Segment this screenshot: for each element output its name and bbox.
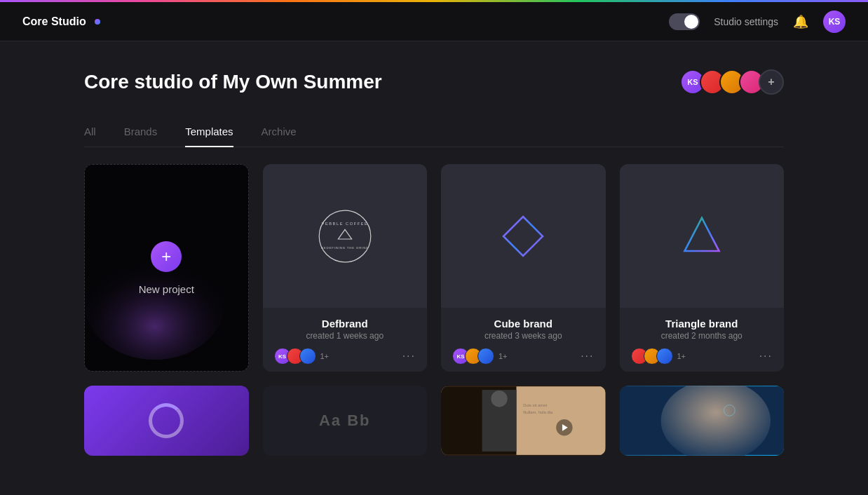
- cube-logo-icon: [499, 212, 548, 261]
- dark-mode-toggle[interactable]: [669, 13, 700, 30]
- cube-avatars: KS 1+: [452, 348, 508, 365]
- project-card-defbrand[interactable]: PEBBLE COFFEE REDEFINING THE GRIND Defbr…: [263, 164, 428, 372]
- triangle-avatar-count: 1+: [677, 352, 686, 360]
- circle-icon: [149, 403, 184, 438]
- new-project-card[interactable]: + New project: [84, 164, 249, 372]
- cube-date: created 3 weeks ago: [452, 331, 595, 341]
- defbrand-more-button[interactable]: ···: [402, 350, 416, 362]
- triangle-more-button[interactable]: ···: [759, 350, 773, 362]
- cube-avatar-count: 1+: [499, 352, 508, 360]
- bottom-project-row: Aa Bb Duis sit amet Nullam, hola dia: [84, 386, 784, 456]
- defbrand-date: created 1 weeks ago: [274, 331, 416, 341]
- triangle-logo-icon: [677, 212, 726, 261]
- project-card-triangle[interactable]: Triangle brand created 2 months ago 1+ ·…: [620, 164, 785, 372]
- tab-all[interactable]: All: [84, 117, 96, 147]
- main-content: Core studio of My Own Summer KS + All Br…: [0, 41, 868, 456]
- logo-area: Core Studio: [22, 15, 100, 28]
- new-project-content: + New project: [139, 241, 194, 295]
- cube-title: Cube brand: [452, 318, 595, 330]
- defbrand-preview: PEBBLE COFFEE REDEFINING THE GRIND: [263, 164, 428, 308]
- tab-archive[interactable]: Archive: [262, 117, 297, 147]
- svg-marker-5: [684, 217, 719, 250]
- cube-more-button[interactable]: ···: [581, 350, 594, 362]
- svg-point-0: [319, 210, 371, 262]
- portrait-icon: [620, 386, 785, 456]
- svg-point-16: [660, 386, 770, 456]
- svg-point-10: [491, 391, 507, 407]
- typography-preview: Aa Bb: [319, 412, 371, 430]
- avatar-add-button[interactable]: +: [759, 69, 784, 95]
- app-logo: Core Studio: [22, 15, 86, 28]
- triangle-date: created 2 months ago: [631, 331, 773, 341]
- svg-text:REDEFINING THE GRIND: REDEFINING THE GRIND: [321, 245, 369, 249]
- studio-header: Core studio of My Own Summer KS +: [84, 41, 784, 117]
- defbrand-actions: KS 1+ ···: [274, 348, 416, 365]
- triangle-preview: [620, 164, 785, 308]
- bottom-card-purple[interactable]: [84, 386, 249, 456]
- svg-text:PEBBLE COFFEE: PEBBLE COFFEE: [321, 222, 368, 226]
- defbrand-logo-icon: PEBBLE COFFEE REDEFINING THE GRIND: [317, 208, 373, 264]
- defbrand-footer: Defbrand created 1 weeks ago KS 1+ ···: [263, 308, 428, 372]
- logo-dot-icon: [95, 19, 100, 25]
- defbrand-avatar-3: [299, 348, 316, 365]
- toggle-wrap[interactable]: [669, 13, 700, 30]
- cube-footer: Cube brand created 3 weeks ago KS 1+ ···: [441, 308, 606, 372]
- topnav: Core Studio Studio settings 🔔 KS: [0, 2, 868, 41]
- topnav-right: Studio settings 🔔 KS: [669, 11, 846, 33]
- cube-actions: KS 1+ ···: [452, 348, 595, 365]
- defbrand-avatar-count: 1+: [320, 352, 330, 360]
- collaborator-avatars: KS +: [680, 69, 784, 95]
- tab-brands[interactable]: Brands: [124, 117, 158, 147]
- defbrand-avatars: KS 1+: [274, 348, 330, 365]
- bottom-card-typography[interactable]: Aa Bb: [263, 386, 428, 456]
- user-avatar-nav[interactable]: KS: [823, 11, 846, 33]
- studio-settings-link[interactable]: Studio settings: [714, 16, 778, 27]
- new-project-label: New project: [139, 283, 194, 295]
- tab-templates[interactable]: Templates: [185, 117, 233, 147]
- triangle-actions: 1+ ···: [631, 348, 773, 365]
- svg-text:Nullam, hola dia: Nullam, hola dia: [523, 410, 553, 414]
- toggle-knob: [684, 15, 698, 29]
- new-project-plus-icon[interactable]: +: [151, 241, 182, 272]
- notifications-icon[interactable]: 🔔: [792, 13, 809, 30]
- bottom-card-photo[interactable]: Duis sit amet Nullam, hola dia: [441, 386, 606, 456]
- studio-title: Core studio of My Own Summer: [84, 71, 382, 93]
- triangle-title: Triangle brand: [631, 318, 773, 330]
- svg-marker-4: [503, 217, 543, 256]
- cube-avatar-3: [477, 348, 494, 365]
- cube-preview: [441, 164, 606, 308]
- svg-marker-2: [338, 229, 351, 239]
- triangle-footer: Triangle brand created 2 months ago 1+ ·…: [620, 308, 785, 372]
- project-card-cube[interactable]: Cube brand created 3 weeks ago KS 1+ ···: [441, 164, 606, 372]
- svg-text:Duis sit amet: Duis sit amet: [523, 403, 547, 407]
- photo-layout-icon: Duis sit amet Nullam, hola dia: [441, 386, 606, 456]
- project-grid: + New project PEBBLE COFFEE REDEFINING T…: [84, 164, 784, 372]
- bottom-card-portrait[interactable]: [620, 386, 785, 456]
- triangle-avatars: 1+: [631, 348, 686, 365]
- tabs-nav: All Brands Templates Archive: [84, 117, 784, 147]
- triangle-avatar-3: [656, 348, 673, 365]
- defbrand-title: Defbrand: [274, 318, 416, 330]
